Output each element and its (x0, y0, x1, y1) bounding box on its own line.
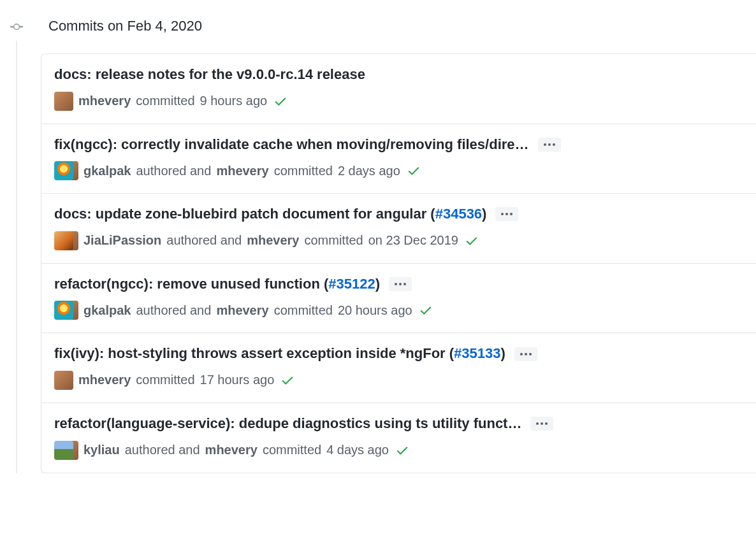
pr-reference-link[interactable]: #35122 (328, 276, 375, 292)
commit-title-link[interactable]: refactor(ngcc): remove unused function (… (54, 275, 380, 294)
status-check-success-icon[interactable] (465, 234, 479, 248)
commit-time: 4 days ago (326, 443, 389, 457)
meta-text: authored and (136, 303, 211, 318)
commit-title-close: ) (501, 345, 505, 361)
author-link[interactable]: gkalpak (84, 164, 131, 178)
meta-text: committed (304, 233, 363, 248)
commit-time: 9 hours ago (200, 94, 268, 108)
avatar-stack (54, 441, 78, 460)
avatar[interactable] (54, 441, 73, 460)
meta-text: authored and (125, 443, 200, 457)
commit-time: 17 hours ago (200, 373, 275, 387)
git-commit-icon (9, 22, 24, 32)
author-link[interactable]: mhevery (78, 94, 131, 108)
status-check-success-icon[interactable] (273, 94, 287, 108)
commit-title-row: docs: release notes for the v9.0.0-rc.14… (54, 66, 743, 84)
commit-row: docs: update zone-bluebird patch documen… (41, 194, 756, 264)
commit-title-close: ) (482, 206, 486, 222)
meta-text: authored and (136, 164, 211, 178)
meta-text: committed (136, 373, 194, 387)
expand-commit-message-button[interactable] (389, 277, 412, 291)
author-link[interactable]: JiaLiPassion (84, 233, 161, 248)
commit-time: on 23 Dec 2019 (368, 233, 458, 248)
commit-row: refactor(ngcc): remove unused function (… (41, 264, 756, 334)
timeline-line (16, 41, 17, 473)
commit-timeline: Commits on Feb 4, 2020 docs: release not… (0, 0, 756, 473)
committer-link[interactable]: mhevery (216, 164, 268, 178)
avatar-stack (54, 231, 78, 250)
commit-row: fix(ivy): host-styling throws assert exc… (41, 333, 756, 403)
commit-time: 20 hours ago (338, 303, 412, 318)
status-check-success-icon[interactable] (395, 443, 409, 457)
pr-reference-link[interactable]: #35133 (454, 345, 500, 361)
expand-commit-message-button[interactable] (530, 417, 553, 431)
commit-meta: mheverycommitted17 hours ago (54, 371, 743, 390)
meta-text: committed (274, 303, 333, 318)
commit-row: refactor(language-service): dedupe diagn… (41, 403, 756, 473)
meta-text: authored and (166, 233, 242, 248)
commit-meta: gkalpakauthored andmheverycommitted20 ho… (54, 301, 743, 320)
author-link[interactable]: gkalpak (84, 303, 131, 318)
commit-title-row: refactor(language-service): dedupe diagn… (54, 415, 743, 433)
commit-title-row: fix(ivy): host-styling throws assert exc… (54, 345, 743, 363)
meta-text: committed (274, 164, 333, 178)
expand-commit-message-button[interactable] (538, 138, 561, 152)
avatar-stack (54, 301, 78, 320)
meta-text: committed (263, 443, 321, 457)
committer-link[interactable]: mhevery (247, 233, 299, 248)
timeline-main: Commits on Feb 4, 2020 docs: release not… (41, 11, 756, 473)
status-check-success-icon[interactable] (280, 373, 294, 387)
commit-meta: kyliauauthored andmheverycommitted4 days… (54, 441, 743, 460)
avatar-stack (54, 161, 78, 180)
status-check-success-icon[interactable] (407, 164, 421, 178)
avatar[interactable] (54, 371, 73, 390)
committer-link[interactable]: mhevery (216, 303, 268, 318)
avatar[interactable] (54, 301, 73, 320)
commit-meta: JiaLiPassionauthored andmheverycommitted… (54, 231, 743, 250)
author-link[interactable]: kyliau (84, 443, 120, 457)
commit-title-link[interactable]: fix(ivy): host-styling throws assert exc… (54, 345, 505, 363)
commit-row: docs: release notes for the v9.0.0-rc.14… (41, 54, 756, 124)
commit-meta: gkalpakauthored andmheverycommitted2 day… (54, 161, 743, 180)
commit-list: docs: release notes for the v9.0.0-rc.14… (41, 54, 756, 473)
status-check-success-icon[interactable] (419, 303, 433, 317)
expand-commit-message-button[interactable] (495, 207, 518, 221)
commit-title-row: docs: update zone-bluebird patch documen… (54, 205, 743, 224)
commit-meta: mheverycommitted9 hours ago (54, 92, 743, 111)
commit-group-title: Commits on Feb 4, 2020 (41, 11, 756, 54)
commit-row: fix(ngcc): correctly invalidate cache wh… (41, 124, 756, 194)
avatar-stack (54, 371, 73, 390)
commit-title-row: refactor(ngcc): remove unused function (… (54, 275, 743, 294)
commit-title-close: ) (375, 276, 380, 292)
commit-title-link[interactable]: fix(ngcc): correctly invalidate cache wh… (54, 136, 529, 154)
expand-commit-message-button[interactable] (514, 347, 537, 361)
commit-title-link[interactable]: docs: release notes for the v9.0.0-rc.14… (54, 66, 365, 84)
author-link[interactable]: mhevery (78, 373, 131, 387)
pr-reference-link[interactable]: #34536 (435, 206, 482, 222)
commit-title-link[interactable]: refactor(language-service): dedupe diagn… (54, 415, 521, 433)
committer-link[interactable]: mhevery (205, 443, 258, 457)
timeline-gutter (6, 11, 41, 473)
meta-text: committed (136, 94, 194, 108)
commit-title-link[interactable]: docs: update zone-bluebird patch documen… (54, 205, 486, 224)
avatar[interactable] (54, 92, 73, 111)
commit-title-row: fix(ngcc): correctly invalidate cache wh… (54, 136, 743, 154)
commit-time: 2 days ago (338, 164, 400, 178)
avatar[interactable] (54, 231, 73, 250)
avatar[interactable] (54, 161, 73, 180)
avatar-stack (54, 92, 73, 111)
